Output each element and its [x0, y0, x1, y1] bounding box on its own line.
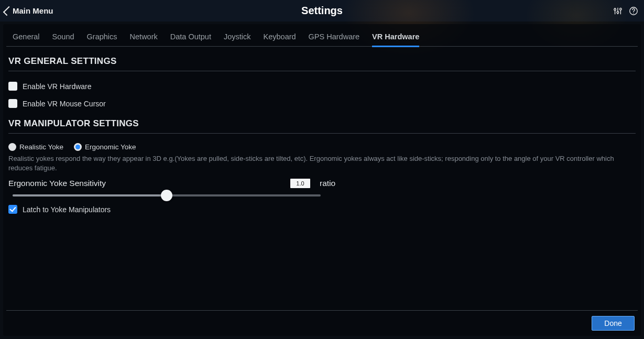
radio-ergonomic-label: Ergonomic Yoke	[85, 143, 136, 151]
title-bar: Main Menu Settings	[0, 0, 644, 21]
enable-vr-hardware-label: Enable VR Hardware	[23, 82, 92, 91]
sensitivity-slider[interactable]	[13, 194, 321, 196]
svg-point-4	[633, 13, 634, 13]
sensitivity-value-field[interactable]: 1.0	[290, 179, 310, 188]
tab-general[interactable]: General	[13, 30, 40, 46]
slider-thumb[interactable]	[161, 190, 172, 201]
tab-sound[interactable]: Sound	[52, 30, 74, 46]
sensitivity-label: Ergonomic Yoke Sensitivity	[8, 179, 281, 188]
radio-icon	[74, 143, 82, 151]
sensitivity-unit-label: ratio	[320, 179, 335, 188]
slider-fill	[13, 194, 167, 196]
back-label: Main Menu	[13, 6, 53, 15]
radio-realistic-yoke[interactable]: Realistic Yoke	[8, 143, 63, 151]
enable-vr-mouse-label: Enable VR Mouse Cursor	[23, 100, 106, 108]
settings-panel: General Sound Graphics Network Data Outp…	[3, 24, 641, 336]
latch-yoke-label: Latch to Yoke Manipulators	[23, 205, 111, 214]
yoke-hint-text: Realistic yokes respond the way they app…	[8, 153, 636, 178]
done-button[interactable]: Done	[592, 316, 635, 331]
page-title: Settings	[0, 5, 644, 17]
tab-data-output[interactable]: Data Output	[170, 30, 211, 46]
tab-network[interactable]: Network	[130, 30, 158, 46]
help-icon[interactable]	[628, 6, 639, 16]
section-title-vr-manipulator: VR MANIPULATOR SETTINGS	[8, 115, 636, 134]
tab-joystick[interactable]: Joystick	[224, 30, 251, 46]
tab-vr-hardware[interactable]: VR Hardware	[372, 30, 419, 47]
svg-point-1	[617, 11, 619, 13]
tab-gps-hardware[interactable]: GPS Hardware	[309, 30, 360, 46]
back-button[interactable]: Main Menu	[5, 6, 53, 15]
tab-keyboard[interactable]: Keyboard	[264, 30, 296, 46]
tab-graphics[interactable]: Graphics	[87, 30, 117, 46]
radio-realistic-label: Realistic Yoke	[19, 143, 63, 151]
enable-vr-hardware-checkbox[interactable]	[8, 82, 17, 91]
sliders-icon[interactable]	[613, 6, 623, 16]
enable-vr-mouse-checkbox[interactable]	[8, 99, 17, 108]
section-title-vr-general: VR GENERAL SETTINGS	[8, 53, 636, 71]
radio-icon	[8, 143, 16, 151]
latch-yoke-checkbox[interactable]	[8, 205, 17, 214]
svg-point-0	[614, 8, 616, 10]
tab-bar: General Sound Graphics Network Data Outp…	[6, 26, 638, 47]
radio-ergonomic-yoke[interactable]: Ergonomic Yoke	[74, 143, 136, 151]
svg-point-2	[620, 8, 622, 10]
chevron-left-icon	[3, 6, 13, 15]
